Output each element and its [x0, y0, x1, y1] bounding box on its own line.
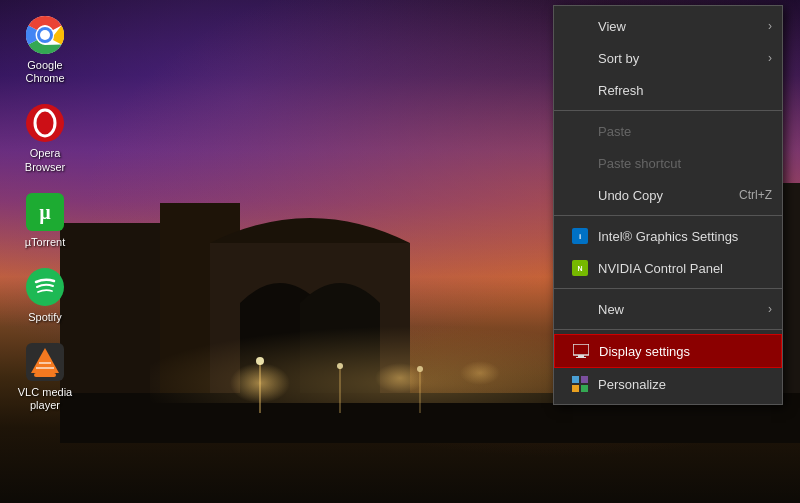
- separator-4: [554, 329, 782, 330]
- menu-item-new[interactable]: New ›: [554, 293, 782, 325]
- menu-item-undo-copy[interactable]: Undo Copy Ctrl+Z: [554, 179, 782, 211]
- svg-rect-34: [578, 355, 584, 357]
- undo-shortcut: Ctrl+Z: [739, 188, 772, 202]
- sort-arrow: ›: [768, 51, 772, 65]
- svg-point-18: [417, 366, 423, 372]
- utorrent-icon-img: µ: [25, 192, 65, 232]
- paste-icon: [570, 121, 590, 141]
- vlc-icon-img: [25, 342, 65, 382]
- desktop: Google Chrome OperaBrowser µ µTorrent: [0, 0, 800, 503]
- svg-point-12: [460, 361, 500, 385]
- paste-label: Paste: [598, 124, 631, 139]
- new-label: New: [598, 302, 624, 317]
- display-settings-label: Display settings: [599, 344, 690, 359]
- display-settings-icon: [571, 341, 591, 361]
- menu-item-display-settings[interactable]: Display settings: [554, 334, 782, 368]
- menu-item-refresh[interactable]: Refresh: [554, 74, 782, 106]
- svg-rect-35: [576, 357, 586, 358]
- separator-3: [554, 288, 782, 289]
- icon-spotify[interactable]: Spotify: [10, 262, 80, 329]
- icon-vlc[interactable]: VLC mediaplayer: [10, 337, 80, 417]
- paste-shortcut-icon: [570, 153, 590, 173]
- menu-item-paste-shortcut[interactable]: Paste shortcut: [554, 147, 782, 179]
- svg-rect-1: [160, 203, 240, 443]
- menu-item-nvidia[interactable]: N NVIDIA Control Panel: [554, 252, 782, 284]
- svg-rect-36: [572, 376, 579, 383]
- intel-icon: i: [570, 226, 590, 246]
- svg-point-27: [26, 268, 64, 306]
- undo-icon: [570, 185, 590, 205]
- svg-rect-33: [573, 344, 589, 355]
- svg-text:µ: µ: [39, 201, 51, 224]
- spotify-icon-img: [25, 267, 65, 307]
- chrome-icon-img: [25, 15, 65, 55]
- svg-point-22: [40, 30, 50, 40]
- paste-shortcut-label: Paste shortcut: [598, 156, 681, 171]
- svg-rect-37: [581, 376, 588, 383]
- utorrent-label: µTorrent: [25, 236, 66, 249]
- svg-rect-39: [581, 385, 588, 392]
- sort-icon: [570, 48, 590, 68]
- opera-icon-img: [25, 103, 65, 143]
- view-icon: [570, 16, 590, 36]
- icon-utorrent[interactable]: µ µTorrent: [10, 187, 80, 254]
- nvidia-label: NVIDIA Control Panel: [598, 261, 723, 276]
- icon-opera[interactable]: OperaBrowser: [10, 98, 80, 178]
- chrome-label: Google Chrome: [15, 59, 75, 85]
- svg-point-14: [256, 357, 264, 365]
- menu-item-personalize[interactable]: Personalize: [554, 368, 782, 400]
- nvidia-icon: N: [570, 258, 590, 278]
- svg-rect-32: [34, 373, 56, 377]
- refresh-icon: [570, 80, 590, 100]
- svg-rect-38: [572, 385, 579, 392]
- personalize-icon: [570, 374, 590, 394]
- icon-google-chrome[interactable]: Google Chrome: [10, 10, 80, 90]
- undo-copy-label: Undo Copy: [598, 188, 663, 203]
- view-label: View: [598, 19, 626, 34]
- menu-item-intel[interactable]: i Intel® Graphics Settings: [554, 220, 782, 252]
- svg-point-10: [230, 363, 290, 403]
- new-icon: [570, 299, 590, 319]
- svg-point-16: [337, 363, 343, 369]
- new-arrow: ›: [768, 302, 772, 316]
- view-arrow: ›: [768, 19, 772, 33]
- intel-label: Intel® Graphics Settings: [598, 229, 738, 244]
- separator-2: [554, 215, 782, 216]
- menu-item-sort[interactable]: Sort by ›: [554, 42, 782, 74]
- svg-rect-2: [210, 243, 410, 443]
- refresh-label: Refresh: [598, 83, 644, 98]
- opera-label: OperaBrowser: [25, 147, 65, 173]
- context-menu: View › Sort by › Refresh Paste Paste sho…: [553, 5, 783, 405]
- vlc-label: VLC mediaplayer: [18, 386, 72, 412]
- sort-label: Sort by: [598, 51, 639, 66]
- desktop-icons: Google Chrome OperaBrowser µ µTorrent: [10, 10, 80, 418]
- spotify-label: Spotify: [28, 311, 62, 324]
- personalize-label: Personalize: [598, 377, 666, 392]
- menu-item-view[interactable]: View ›: [554, 10, 782, 42]
- svg-point-11: [375, 363, 425, 393]
- menu-item-paste[interactable]: Paste: [554, 115, 782, 147]
- separator-1: [554, 110, 782, 111]
